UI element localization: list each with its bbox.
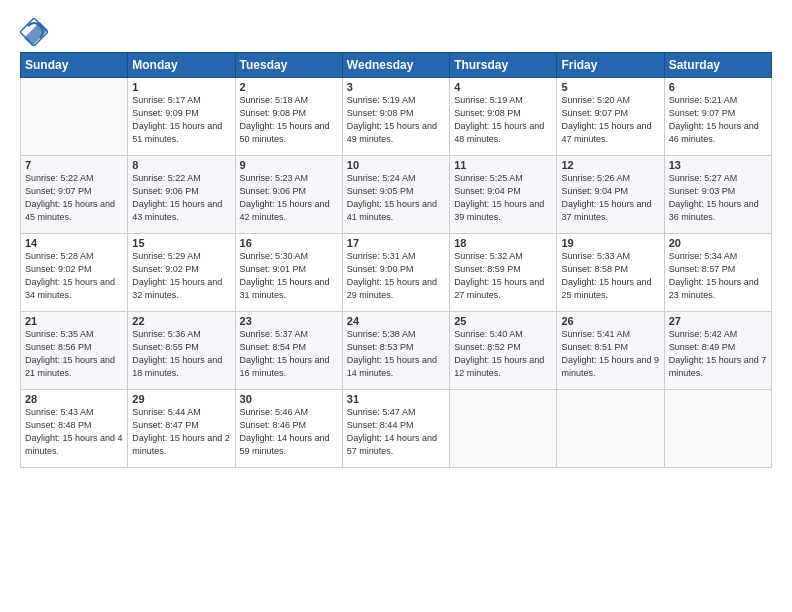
cell-info: Sunrise: 5:38 AM Sunset: 8:53 PM Dayligh… xyxy=(347,328,445,380)
cell-info: Sunrise: 5:46 AM Sunset: 8:46 PM Dayligh… xyxy=(240,406,338,458)
day-number: 10 xyxy=(347,159,445,171)
day-number: 19 xyxy=(561,237,659,249)
weekday-header: Tuesday xyxy=(235,53,342,78)
day-number: 7 xyxy=(25,159,123,171)
day-number: 12 xyxy=(561,159,659,171)
cell-info: Sunrise: 5:36 AM Sunset: 8:55 PM Dayligh… xyxy=(132,328,230,380)
weekday-header: Wednesday xyxy=(342,53,449,78)
day-number: 31 xyxy=(347,393,445,405)
day-number: 4 xyxy=(454,81,552,93)
calendar-cell: 27Sunrise: 5:42 AM Sunset: 8:49 PM Dayli… xyxy=(664,312,771,390)
cell-info: Sunrise: 5:35 AM Sunset: 8:56 PM Dayligh… xyxy=(25,328,123,380)
calendar-cell: 18Sunrise: 5:32 AM Sunset: 8:59 PM Dayli… xyxy=(450,234,557,312)
calendar-cell: 15Sunrise: 5:29 AM Sunset: 9:02 PM Dayli… xyxy=(128,234,235,312)
calendar-cell xyxy=(557,390,664,468)
cell-info: Sunrise: 5:33 AM Sunset: 8:58 PM Dayligh… xyxy=(561,250,659,302)
calendar-week-row: 14Sunrise: 5:28 AM Sunset: 9:02 PM Dayli… xyxy=(21,234,772,312)
day-number: 9 xyxy=(240,159,338,171)
weekday-header: Thursday xyxy=(450,53,557,78)
calendar-week-row: 21Sunrise: 5:35 AM Sunset: 8:56 PM Dayli… xyxy=(21,312,772,390)
cell-info: Sunrise: 5:21 AM Sunset: 9:07 PM Dayligh… xyxy=(669,94,767,146)
cell-info: Sunrise: 5:20 AM Sunset: 9:07 PM Dayligh… xyxy=(561,94,659,146)
calendar-week-row: 7Sunrise: 5:22 AM Sunset: 9:07 PM Daylig… xyxy=(21,156,772,234)
calendar-page: SundayMondayTuesdayWednesdayThursdayFrid… xyxy=(0,0,792,478)
calendar-cell: 16Sunrise: 5:30 AM Sunset: 9:01 PM Dayli… xyxy=(235,234,342,312)
day-number: 14 xyxy=(25,237,123,249)
day-number: 26 xyxy=(561,315,659,327)
calendar-cell: 14Sunrise: 5:28 AM Sunset: 9:02 PM Dayli… xyxy=(21,234,128,312)
weekday-header: Saturday xyxy=(664,53,771,78)
calendar-cell xyxy=(21,78,128,156)
cell-info: Sunrise: 5:32 AM Sunset: 8:59 PM Dayligh… xyxy=(454,250,552,302)
cell-info: Sunrise: 5:44 AM Sunset: 8:47 PM Dayligh… xyxy=(132,406,230,458)
calendar-cell: 31Sunrise: 5:47 AM Sunset: 8:44 PM Dayli… xyxy=(342,390,449,468)
day-number: 8 xyxy=(132,159,230,171)
cell-info: Sunrise: 5:40 AM Sunset: 8:52 PM Dayligh… xyxy=(454,328,552,380)
day-number: 25 xyxy=(454,315,552,327)
calendar-cell: 22Sunrise: 5:36 AM Sunset: 8:55 PM Dayli… xyxy=(128,312,235,390)
calendar-cell: 24Sunrise: 5:38 AM Sunset: 8:53 PM Dayli… xyxy=(342,312,449,390)
calendar-cell: 7Sunrise: 5:22 AM Sunset: 9:07 PM Daylig… xyxy=(21,156,128,234)
cell-info: Sunrise: 5:28 AM Sunset: 9:02 PM Dayligh… xyxy=(25,250,123,302)
calendar-cell: 19Sunrise: 5:33 AM Sunset: 8:58 PM Dayli… xyxy=(557,234,664,312)
calendar-cell: 30Sunrise: 5:46 AM Sunset: 8:46 PM Dayli… xyxy=(235,390,342,468)
calendar-cell: 4Sunrise: 5:19 AM Sunset: 9:08 PM Daylig… xyxy=(450,78,557,156)
day-number: 21 xyxy=(25,315,123,327)
day-number: 29 xyxy=(132,393,230,405)
cell-info: Sunrise: 5:31 AM Sunset: 9:00 PM Dayligh… xyxy=(347,250,445,302)
day-number: 20 xyxy=(669,237,767,249)
day-number: 5 xyxy=(561,81,659,93)
day-number: 24 xyxy=(347,315,445,327)
day-number: 6 xyxy=(669,81,767,93)
cell-info: Sunrise: 5:43 AM Sunset: 8:48 PM Dayligh… xyxy=(25,406,123,458)
day-number: 28 xyxy=(25,393,123,405)
calendar-cell: 29Sunrise: 5:44 AM Sunset: 8:47 PM Dayli… xyxy=(128,390,235,468)
cell-info: Sunrise: 5:29 AM Sunset: 9:02 PM Dayligh… xyxy=(132,250,230,302)
day-number: 27 xyxy=(669,315,767,327)
calendar-cell: 5Sunrise: 5:20 AM Sunset: 9:07 PM Daylig… xyxy=(557,78,664,156)
calendar-cell: 20Sunrise: 5:34 AM Sunset: 8:57 PM Dayli… xyxy=(664,234,771,312)
calendar-cell: 2Sunrise: 5:18 AM Sunset: 9:08 PM Daylig… xyxy=(235,78,342,156)
calendar-cell: 12Sunrise: 5:26 AM Sunset: 9:04 PM Dayli… xyxy=(557,156,664,234)
cell-info: Sunrise: 5:17 AM Sunset: 9:09 PM Dayligh… xyxy=(132,94,230,146)
calendar-cell: 26Sunrise: 5:41 AM Sunset: 8:51 PM Dayli… xyxy=(557,312,664,390)
calendar-cell: 28Sunrise: 5:43 AM Sunset: 8:48 PM Dayli… xyxy=(21,390,128,468)
calendar-cell: 21Sunrise: 5:35 AM Sunset: 8:56 PM Dayli… xyxy=(21,312,128,390)
cell-info: Sunrise: 5:34 AM Sunset: 8:57 PM Dayligh… xyxy=(669,250,767,302)
cell-info: Sunrise: 5:41 AM Sunset: 8:51 PM Dayligh… xyxy=(561,328,659,380)
day-number: 22 xyxy=(132,315,230,327)
day-number: 13 xyxy=(669,159,767,171)
calendar-cell: 23Sunrise: 5:37 AM Sunset: 8:54 PM Dayli… xyxy=(235,312,342,390)
cell-info: Sunrise: 5:23 AM Sunset: 9:06 PM Dayligh… xyxy=(240,172,338,224)
logo-icon xyxy=(20,18,48,46)
cell-info: Sunrise: 5:37 AM Sunset: 8:54 PM Dayligh… xyxy=(240,328,338,380)
cell-info: Sunrise: 5:25 AM Sunset: 9:04 PM Dayligh… xyxy=(454,172,552,224)
day-number: 3 xyxy=(347,81,445,93)
weekday-header: Sunday xyxy=(21,53,128,78)
header xyxy=(20,18,772,46)
calendar-week-row: 1Sunrise: 5:17 AM Sunset: 9:09 PM Daylig… xyxy=(21,78,772,156)
day-number: 18 xyxy=(454,237,552,249)
calendar-cell: 13Sunrise: 5:27 AM Sunset: 9:03 PM Dayli… xyxy=(664,156,771,234)
day-number: 16 xyxy=(240,237,338,249)
header-row: SundayMondayTuesdayWednesdayThursdayFrid… xyxy=(21,53,772,78)
day-number: 23 xyxy=(240,315,338,327)
cell-info: Sunrise: 5:19 AM Sunset: 9:08 PM Dayligh… xyxy=(347,94,445,146)
logo xyxy=(20,18,52,46)
cell-info: Sunrise: 5:19 AM Sunset: 9:08 PM Dayligh… xyxy=(454,94,552,146)
cell-info: Sunrise: 5:22 AM Sunset: 9:06 PM Dayligh… xyxy=(132,172,230,224)
cell-info: Sunrise: 5:22 AM Sunset: 9:07 PM Dayligh… xyxy=(25,172,123,224)
day-number: 1 xyxy=(132,81,230,93)
calendar-cell: 6Sunrise: 5:21 AM Sunset: 9:07 PM Daylig… xyxy=(664,78,771,156)
calendar-table: SundayMondayTuesdayWednesdayThursdayFrid… xyxy=(20,52,772,468)
day-number: 30 xyxy=(240,393,338,405)
weekday-header: Friday xyxy=(557,53,664,78)
day-number: 17 xyxy=(347,237,445,249)
calendar-cell: 3Sunrise: 5:19 AM Sunset: 9:08 PM Daylig… xyxy=(342,78,449,156)
cell-info: Sunrise: 5:47 AM Sunset: 8:44 PM Dayligh… xyxy=(347,406,445,458)
cell-info: Sunrise: 5:27 AM Sunset: 9:03 PM Dayligh… xyxy=(669,172,767,224)
cell-info: Sunrise: 5:18 AM Sunset: 9:08 PM Dayligh… xyxy=(240,94,338,146)
day-number: 11 xyxy=(454,159,552,171)
calendar-cell xyxy=(664,390,771,468)
calendar-cell xyxy=(450,390,557,468)
